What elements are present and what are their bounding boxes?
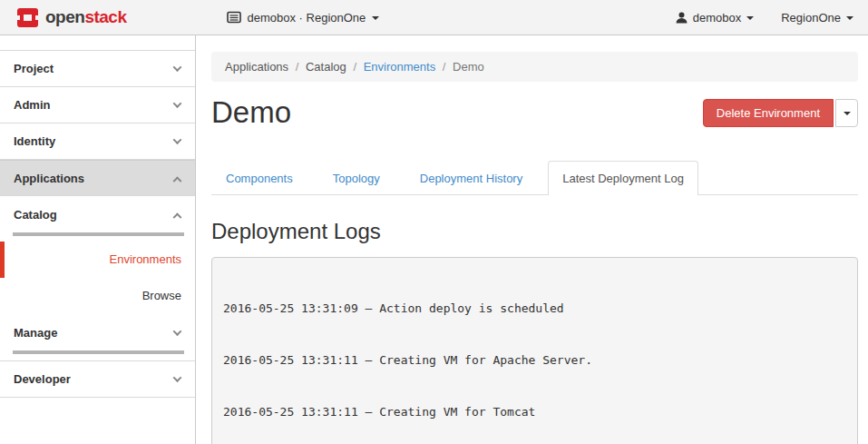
- list-alt-icon: [227, 11, 241, 24]
- sidebar-item-label: Applications: [14, 172, 84, 185]
- chevron-down-icon: [173, 135, 182, 144]
- tab-bar: Components Topology Deployment History L…: [211, 161, 858, 195]
- breadcrumb-separator: /: [353, 60, 356, 74]
- sidebar-item-browse[interactable]: Browse: [0, 278, 195, 314]
- breadcrumb-applications: Applications: [225, 60, 288, 74]
- sidebar-item-developer[interactable]: Developer: [0, 361, 195, 398]
- tab-components[interactable]: Components: [211, 161, 307, 195]
- sidebar-item-applications[interactable]: Applications: [0, 160, 195, 196]
- brand-wordmark: openstack: [45, 7, 127, 27]
- page-header: Demo Delete Environment: [211, 96, 858, 129]
- top-navbar: openstack demobox · RegionOne demobox: [0, 0, 868, 35]
- region-menu-label: RegionOne: [781, 11, 841, 25]
- region-menu[interactable]: RegionOne: [781, 11, 853, 25]
- delete-environment-button[interactable]: Delete Environment: [703, 99, 834, 127]
- user-menu[interactable]: demobox: [676, 11, 754, 25]
- breadcrumb-separator: /: [443, 60, 446, 74]
- openstack-logo-icon: [16, 7, 39, 28]
- breadcrumb-separator: /: [296, 60, 299, 74]
- breadcrumb-catalog: Catalog: [306, 60, 346, 74]
- breadcrumb: Applications / Catalog / Environments / …: [211, 52, 858, 82]
- tab-topology[interactable]: Topology: [318, 161, 395, 195]
- log-line: 2016-05-25 13:31:11 — Creating VM for To…: [223, 403, 846, 420]
- breadcrumb-environments-link[interactable]: Environments: [364, 60, 435, 74]
- deployment-log-panel: 2016-05-25 13:31:09 — Action deploy is s…: [211, 257, 858, 444]
- sidebar-item-catalog[interactable]: Catalog: [0, 196, 195, 232]
- sidebar-item-identity[interactable]: Identity: [0, 123, 195, 160]
- sidebar-scroll-stub: [0, 35, 195, 51]
- tab-deployment-history[interactable]: Deployment History: [405, 161, 537, 195]
- chevron-down-icon: [173, 373, 182, 382]
- sidebar-item-label: Project: [14, 62, 54, 75]
- sidebar-item-label: Environments: [110, 252, 181, 266]
- chevron-up-icon: [173, 212, 182, 222]
- openstack-brand[interactable]: openstack: [0, 7, 127, 28]
- log-line: 2016-05-25 13:31:11 — Creating VM for Ap…: [223, 351, 846, 369]
- caret-down-icon: [846, 16, 853, 20]
- log-text: 2016-05-25 13:31:11 — Creating VM for To…: [223, 405, 535, 419]
- caret-down-icon: [746, 16, 754, 20]
- project-region-switcher[interactable]: demobox · RegionOne: [227, 11, 380, 25]
- page-actions: Delete Environment: [703, 99, 858, 127]
- sidebar-item-label: Admin: [14, 98, 50, 112]
- sidebar-nav: Project Admin Identity Applications Cata…: [0, 35, 196, 444]
- chevron-down-icon: [173, 327, 182, 336]
- catalog-section-bar: [13, 232, 184, 236]
- user-icon: [676, 12, 688, 24]
- sidebar-item-label: Catalog: [14, 208, 57, 222]
- chevron-up-icon: [173, 176, 182, 185]
- page-title: Demo: [211, 96, 291, 129]
- sidebar-divider: [0, 354, 195, 361]
- main-content: Applications / Catalog / Environments / …: [196, 35, 868, 444]
- sidebar-item-label: Browse: [142, 289, 181, 302]
- deployment-logs-heading: Deployment Logs: [211, 219, 858, 244]
- caret-down-icon: [372, 16, 379, 20]
- log-text: 2016-05-25 13:31:09 — Action deploy is s…: [223, 301, 564, 315]
- log-text: 2016-05-25 13:31:11 — Creating VM for Ap…: [223, 353, 592, 367]
- chevron-down-icon: [173, 63, 182, 72]
- log-line: 2016-05-25 13:31:09 — Action deploy is s…: [223, 300, 846, 317]
- sidebar-item-manage[interactable]: Manage: [0, 314, 195, 350]
- sidebar-item-project[interactable]: Project: [0, 51, 195, 87]
- delete-dropdown-toggle-button[interactable]: [835, 99, 858, 127]
- sidebar-item-environments[interactable]: Environments: [0, 242, 195, 278]
- chevron-down-icon: [173, 99, 182, 108]
- user-menu-label: demobox: [693, 11, 741, 25]
- sidebar-item-label: Developer: [14, 372, 71, 386]
- sidebar-item-label: Identity: [14, 134, 55, 148]
- breadcrumb-current: Demo: [453, 60, 484, 74]
- caret-down-icon: [844, 112, 851, 115]
- sidebar-item-label: Manage: [14, 326, 57, 340]
- switcher-label: demobox · RegionOne: [248, 11, 366, 25]
- sidebar-item-admin[interactable]: Admin: [0, 87, 195, 123]
- tab-latest-deployment-log[interactable]: Latest Deployment Log: [548, 161, 698, 195]
